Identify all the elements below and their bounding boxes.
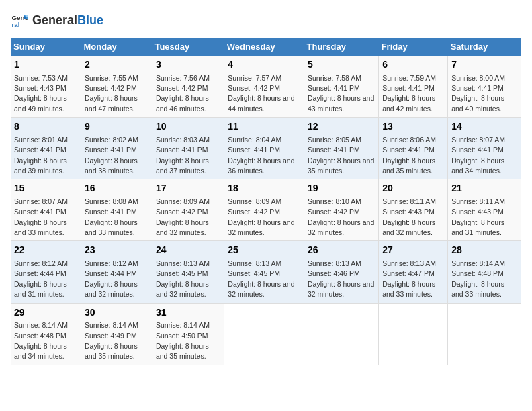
daylight-info: Daylight: 8 hours and 40 minutes.	[451, 94, 504, 112]
sunset-info: Sunset: 4:44 PM	[14, 269, 66, 277]
calendar-cell: 25Sunrise: 8:13 AMSunset: 4:45 PMDayligh…	[224, 241, 304, 303]
daylight-info: Daylight: 8 hours and 36 minutes.	[228, 156, 294, 175]
logo-icon: Gene ral	[11, 11, 30, 30]
header-day-monday: Monday	[81, 38, 152, 56]
sunset-info: Sunset: 4:41 PM	[156, 146, 208, 154]
calendar-cell: 24Sunrise: 8:13 AMSunset: 4:45 PMDayligh…	[152, 241, 224, 303]
week-row-4: 22Sunrise: 8:12 AMSunset: 4:44 PMDayligh…	[11, 241, 521, 303]
day-number: 22	[14, 244, 77, 257]
sunrise-info: Sunrise: 8:14 AM	[156, 321, 210, 329]
sunrise-info: Sunrise: 8:14 AM	[85, 321, 138, 329]
header-day-sunday: Sunday	[11, 38, 81, 56]
day-number: 14	[451, 120, 518, 134]
sunrise-info: Sunrise: 8:13 AM	[382, 259, 436, 267]
sunset-info: Sunset: 4:41 PM	[451, 146, 504, 154]
calendar-cell: 5Sunrise: 7:58 AMSunset: 4:41 PMDaylight…	[304, 56, 379, 118]
logo-general: General	[32, 13, 77, 27]
day-number: 11	[228, 120, 300, 134]
sunset-info: Sunset: 4:41 PM	[85, 146, 137, 154]
sunrise-info: Sunrise: 8:09 AM	[228, 197, 281, 205]
daylight-info: Daylight: 8 hours and 38 minutes.	[85, 156, 138, 175]
calendar-cell	[448, 303, 521, 365]
calendar-cell: 11Sunrise: 8:04 AMSunset: 4:41 PMDayligh…	[224, 118, 304, 179]
calendar-cell: 12Sunrise: 8:05 AMSunset: 4:41 PMDayligh…	[304, 118, 379, 179]
daylight-info: Daylight: 8 hours and 33 minutes.	[14, 218, 67, 236]
sunset-info: Sunset: 4:42 PM	[228, 208, 280, 216]
sunset-info: Sunset: 4:42 PM	[156, 84, 208, 92]
sunset-info: Sunset: 4:43 PM	[382, 208, 435, 216]
calendar-cell: 27Sunrise: 8:13 AMSunset: 4:47 PMDayligh…	[379, 241, 448, 303]
sunset-info: Sunset: 4:42 PM	[228, 84, 280, 92]
calendar-cell: 9Sunrise: 8:02 AMSunset: 4:41 PMDaylight…	[81, 118, 152, 179]
sunrise-info: Sunrise: 7:56 AM	[156, 74, 210, 82]
day-number: 26	[308, 244, 375, 257]
header-day-friday: Friday	[379, 38, 448, 56]
day-number: 1	[14, 58, 77, 72]
svg-text:ral: ral	[11, 21, 19, 28]
day-number: 13	[382, 120, 444, 134]
daylight-info: Daylight: 8 hours and 31 minutes.	[451, 218, 504, 236]
sunset-info: Sunset: 4:42 PM	[308, 208, 360, 216]
sunset-info: Sunset: 4:49 PM	[85, 332, 137, 340]
calendar-cell: 1Sunrise: 7:53 AMSunset: 4:43 PMDaylight…	[11, 56, 81, 118]
sunset-info: Sunset: 4:41 PM	[308, 146, 360, 154]
header-day-tuesday: Tuesday	[152, 38, 224, 56]
sunset-info: Sunset: 4:41 PM	[14, 146, 66, 154]
sunrise-info: Sunrise: 7:53 AM	[14, 74, 68, 82]
calendar-cell: 21Sunrise: 8:11 AMSunset: 4:43 PMDayligh…	[448, 179, 521, 241]
sunset-info: Sunset: 4:41 PM	[382, 146, 435, 154]
daylight-info: Daylight: 8 hours and 32 minutes.	[382, 218, 435, 236]
sunset-info: Sunset: 4:43 PM	[451, 208, 504, 216]
sunset-info: Sunset: 4:41 PM	[308, 84, 360, 92]
sunrise-info: Sunrise: 8:14 AM	[14, 321, 68, 329]
sunrise-info: Sunrise: 8:03 AM	[156, 136, 210, 144]
daylight-info: Daylight: 8 hours and 35 minutes.	[85, 342, 138, 360]
day-number: 23	[85, 244, 148, 257]
calendar-cell: 10Sunrise: 8:03 AMSunset: 4:41 PMDayligh…	[152, 118, 224, 179]
day-number: 27	[382, 244, 444, 257]
header-day-saturday: Saturday	[448, 38, 521, 56]
daylight-info: Daylight: 8 hours and 49 minutes.	[14, 94, 67, 112]
calendar-cell: 2Sunrise: 7:55 AMSunset: 4:42 PMDaylight…	[81, 56, 152, 118]
sunset-info: Sunset: 4:42 PM	[156, 208, 208, 216]
day-number: 21	[451, 182, 518, 195]
calendar-cell: 20Sunrise: 8:11 AMSunset: 4:43 PMDayligh…	[379, 179, 448, 241]
sunset-info: Sunset: 4:43 PM	[14, 84, 66, 92]
calendar-cell: 8Sunrise: 8:01 AMSunset: 4:41 PMDaylight…	[11, 118, 81, 179]
day-number: 20	[382, 182, 444, 195]
week-row-3: 15Sunrise: 8:07 AMSunset: 4:41 PMDayligh…	[11, 179, 521, 241]
sunset-info: Sunset: 4:48 PM	[451, 269, 504, 277]
sunrise-info: Sunrise: 8:06 AM	[382, 136, 436, 144]
week-row-5: 29Sunrise: 8:14 AMSunset: 4:48 PMDayligh…	[11, 303, 521, 365]
daylight-info: Daylight: 8 hours and 35 minutes.	[382, 156, 435, 175]
sunrise-info: Sunrise: 8:01 AM	[14, 136, 68, 144]
sunset-info: Sunset: 4:45 PM	[156, 269, 208, 277]
daylight-info: Daylight: 8 hours and 32 minutes.	[308, 280, 374, 298]
sunrise-info: Sunrise: 8:02 AM	[85, 136, 138, 144]
daylight-info: Daylight: 8 hours and 33 minutes.	[451, 280, 504, 298]
daylight-info: Daylight: 8 hours and 34 minutes.	[14, 342, 67, 360]
daylight-info: Daylight: 8 hours and 32 minutes.	[156, 280, 209, 298]
daylight-info: Daylight: 8 hours and 32 minutes.	[228, 280, 294, 298]
sunrise-info: Sunrise: 8:11 AM	[382, 197, 436, 205]
sunset-info: Sunset: 4:41 PM	[228, 146, 280, 154]
day-number: 8	[14, 120, 77, 134]
calendar-cell: 19Sunrise: 8:10 AMSunset: 4:42 PMDayligh…	[304, 179, 379, 241]
calendar-cell: 4Sunrise: 7:57 AMSunset: 4:42 PMDaylight…	[224, 56, 304, 118]
daylight-info: Daylight: 8 hours and 42 minutes.	[382, 94, 435, 112]
day-number: 24	[156, 244, 220, 257]
day-number: 4	[228, 58, 300, 72]
sunrise-info: Sunrise: 8:13 AM	[308, 259, 361, 267]
sunrise-info: Sunrise: 8:10 AM	[308, 197, 361, 205]
calendar-cell: 26Sunrise: 8:13 AMSunset: 4:46 PMDayligh…	[304, 241, 379, 303]
calendar-cell: 17Sunrise: 8:09 AMSunset: 4:42 PMDayligh…	[152, 179, 224, 241]
sunset-info: Sunset: 4:50 PM	[156, 332, 208, 340]
sunrise-info: Sunrise: 8:05 AM	[308, 136, 361, 144]
calendar-cell	[224, 303, 304, 365]
calendar-cell: 16Sunrise: 8:08 AMSunset: 4:41 PMDayligh…	[81, 179, 152, 241]
sunset-info: Sunset: 4:41 PM	[14, 208, 66, 216]
sunrise-info: Sunrise: 7:55 AM	[85, 74, 138, 82]
week-row-2: 8Sunrise: 8:01 AMSunset: 4:41 PMDaylight…	[11, 118, 521, 179]
sunrise-info: Sunrise: 8:12 AM	[85, 259, 138, 267]
daylight-info: Daylight: 8 hours and 46 minutes.	[156, 94, 209, 112]
